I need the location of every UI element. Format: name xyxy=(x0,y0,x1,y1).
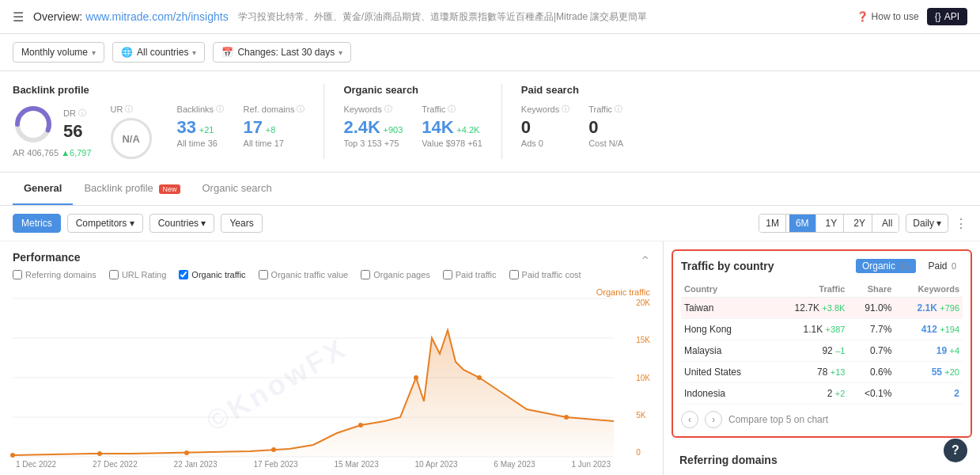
tc-title: Traffic by country xyxy=(681,260,774,272)
keywords-cell: 55 +20 xyxy=(895,362,963,383)
paid-traffic-stat: Trafficⓘ 0 Cost N/A xyxy=(588,104,636,148)
period-2y[interactable]: 2Y xyxy=(847,215,872,232)
cb-paid-traffic[interactable]: Paid traffic xyxy=(443,270,497,279)
svg-point-13 xyxy=(477,375,482,380)
col-keywords: Keywords xyxy=(895,281,963,298)
tc-table: Country Traffic Share Keywords Taiwan 12… xyxy=(681,281,963,405)
tab-general[interactable]: General xyxy=(13,173,73,205)
traffic-cell: 1.1K +387 xyxy=(769,319,848,340)
svg-point-9 xyxy=(184,450,189,455)
info-icon: ⓘ xyxy=(78,108,86,119)
traffic-cell: 12.7K +3.8K xyxy=(769,298,848,319)
paid-search-title: Paid search xyxy=(521,84,636,96)
org-traffic-value: 14K xyxy=(422,117,453,137)
ref-domains-title: Referring domains xyxy=(679,454,964,466)
org-keywords-value: 2.4K xyxy=(343,117,380,137)
compare-label: Compare top 5 on chart xyxy=(728,414,828,425)
tab-organic-search[interactable]: Organic search xyxy=(191,173,283,205)
next-page-button[interactable]: › xyxy=(705,411,722,428)
keywords-cell: 412 +194 xyxy=(895,319,963,340)
keywords-cell: 2.1K +796 xyxy=(895,298,963,319)
header-subtitle: 学习投资比特常、外匯、黄金/原油商品期貨、道瓊斯股票指數等近百種產品|Mitra… xyxy=(238,10,847,24)
country-cell: United States xyxy=(681,362,769,383)
cb-paid-traffic-cost[interactable]: Paid traffic cost xyxy=(509,270,581,279)
share-cell: <0.1% xyxy=(848,383,895,405)
more-options-icon[interactable]: ⋮ xyxy=(955,216,967,231)
info-icon: ⓘ xyxy=(297,104,305,115)
tab-backlink-profile[interactable]: Backlink profile New xyxy=(73,173,191,205)
tc-tabs: Organic 15 Paid 0 xyxy=(856,259,963,273)
cb-url-rating[interactable]: URL Rating xyxy=(109,270,166,279)
info-icon: ⓘ xyxy=(216,104,224,115)
new-badge: New xyxy=(159,184,180,194)
tc-header: Traffic by country Organic 15 Paid 0 xyxy=(681,259,963,273)
chevron-down-icon: ▾ xyxy=(339,48,342,57)
chart-svg-wrapper: 20K 15K 10K 5K 0 xyxy=(13,298,650,457)
svg-point-11 xyxy=(358,423,363,428)
table-row: Taiwan 12.7K +3.8K 91.0% 2.1K +796 xyxy=(681,298,963,319)
period-1y[interactable]: 1Y xyxy=(819,215,845,232)
table-row: Malaysia 92 –1 0.7% 19 +4 xyxy=(681,340,963,362)
period-1m[interactable]: 1M xyxy=(759,215,786,232)
org-traffic-stat: Trafficⓘ 14K +4.2K Value $978 +61 xyxy=(422,104,482,148)
keywords-cell: 2 xyxy=(895,383,963,405)
col-country: Country xyxy=(681,281,769,298)
cb-organic-traffic[interactable]: Organic traffic xyxy=(179,270,245,279)
share-cell: 0.7% xyxy=(848,340,895,362)
help-button[interactable]: ? xyxy=(944,439,967,462)
referring-domains-section: Referring domains Followed ⓘ 15 88 xyxy=(672,446,972,475)
cb-referring-domains[interactable]: Referring domains xyxy=(13,270,96,279)
metrics-button[interactable]: Metrics xyxy=(13,214,61,233)
backlink-profile-section: Backlink profile DRⓘ 56 AR xyxy=(13,84,324,159)
ur-circle: N/A xyxy=(111,118,152,159)
backlinks-value: 33 xyxy=(177,117,196,137)
tc-tab-paid[interactable]: Paid 0 xyxy=(922,259,963,273)
countries-button[interactable]: Countries ▾ xyxy=(149,214,215,233)
chevron-down-icon: ▾ xyxy=(192,48,196,57)
years-button[interactable]: Years xyxy=(221,214,262,233)
org-keywords-stat: Keywordsⓘ 2.4K +903 Top 3 153 +75 xyxy=(343,104,403,148)
table-row: United States 78 +13 0.6% 55 +20 xyxy=(681,362,963,383)
collapse-icon[interactable]: ⌃ xyxy=(640,253,650,268)
chart-controls: Metrics Competitors ▾ Countries ▾ Years … xyxy=(0,206,980,241)
traffic-cell: 2 +2 xyxy=(769,383,848,405)
performance-title: Performance xyxy=(13,251,81,264)
interval-selector[interactable]: Daily ▾ xyxy=(906,214,948,233)
header: ☰ Overview: www.mitrade.com/zh/insights … xyxy=(0,0,980,34)
prev-page-button[interactable]: ‹ xyxy=(681,411,698,428)
menu-icon[interactable]: ☰ xyxy=(13,10,24,25)
title-url[interactable]: www.mitrade.com/zh/insights xyxy=(85,10,229,23)
traffic-cell: 78 +13 xyxy=(769,362,848,383)
help-link[interactable]: ❓ How to use xyxy=(857,11,919,22)
ref-domains-value: 17 xyxy=(244,117,263,137)
info-icon: ⓘ xyxy=(448,104,456,115)
backlinks-delta: +21 xyxy=(199,125,214,135)
paid-keywords-value: 0 xyxy=(521,118,569,137)
period-6m[interactable]: 6M xyxy=(789,215,816,232)
country-cell: Indonesia xyxy=(681,383,769,405)
title-prefix: Overview: xyxy=(33,10,82,23)
share-cell: 91.0% xyxy=(848,298,895,319)
info-icon: ⓘ xyxy=(384,104,392,115)
cb-organic-traffic-value[interactable]: Organic traffic value xyxy=(259,270,349,279)
volume-filter[interactable]: Monthly volume ▾ xyxy=(13,42,104,63)
info-icon: ⓘ xyxy=(562,104,569,115)
country-cell: Hong Kong xyxy=(681,319,769,340)
header-right: ❓ How to use {} API xyxy=(857,8,967,25)
right-panel: Traffic by country Organic 15 Paid 0 Cou… xyxy=(664,241,980,475)
share-cell: 0.6% xyxy=(848,362,895,383)
api-button[interactable]: {} API xyxy=(927,8,967,25)
paid-keywords-stat: Keywordsⓘ 0 Ads 0 xyxy=(521,104,569,148)
tc-tab-organic[interactable]: Organic 15 xyxy=(856,259,916,273)
ref-domains-delta: +8 xyxy=(266,125,276,135)
stats-panel: Backlink profile DRⓘ 56 AR xyxy=(0,71,980,173)
competitors-button[interactable]: Competitors ▾ xyxy=(67,214,143,233)
chevron-down-icon: ▾ xyxy=(201,218,206,229)
cb-organic-pages[interactable]: Organic pages xyxy=(361,270,430,279)
countries-filter[interactable]: 🌐 All countries ▾ xyxy=(112,42,205,63)
changes-filter[interactable]: 📅 Changes: Last 30 days ▾ xyxy=(213,42,351,63)
calendar-icon: 📅 xyxy=(221,47,233,58)
share-cell: 7.7% xyxy=(848,319,895,340)
period-all[interactable]: All xyxy=(876,215,899,232)
chevron-down-icon: ▾ xyxy=(936,218,941,229)
